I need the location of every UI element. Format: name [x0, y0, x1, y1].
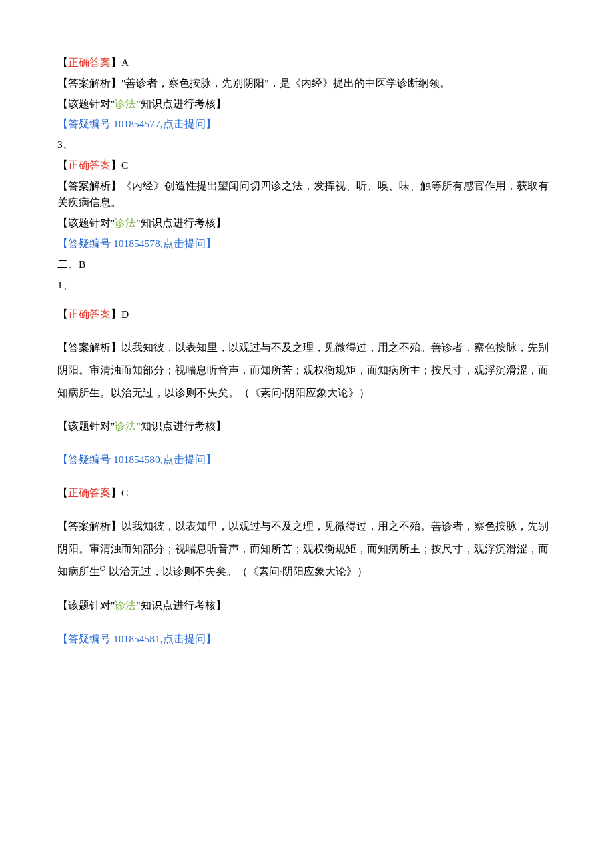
doubt-link-line: 【答疑编号 101854578,点击提问】 [57, 236, 557, 252]
doubt-link[interactable]: 【答疑编号 101854577,点击提问】 [57, 118, 216, 129]
topic-line: 【该题针对"诊法"知识点进行考核】 [57, 415, 557, 438]
correct-answer-label: 正确答案 [68, 308, 111, 320]
topic-post: "知识点进行考核】 [136, 600, 226, 611]
doubt-link[interactable]: 【答疑编号 101854580,点击提问】 [57, 454, 216, 465]
topic-post: "知识点进行考核】 [136, 420, 226, 432]
answer-value: 】D [111, 308, 129, 320]
analysis-text: 【答案解析】以我知彼，以表知里，以观过与不及之理，见微得过，用之不殆。善诊者，察… [57, 336, 557, 404]
answer-line: 【正确答案】C [57, 157, 557, 174]
bracket-open: 【 [57, 487, 68, 498]
question-number: 3、 [57, 137, 557, 153]
topic-pre: 【该题针对" [57, 98, 115, 109]
doubt-link-line: 【答疑编号 101854581,点击提问】 [57, 628, 557, 650]
question-number: 1、 [57, 277, 557, 294]
topic-line: 【该题针对"诊法"知识点进行考核】 [57, 594, 557, 617]
answer-value: 】A [111, 57, 129, 68]
doubt-link-line: 【答疑编号 101854577,点击提问】 [57, 116, 557, 133]
analysis-text: 【答案解析】《内经》创造性提出望闻问切四诊之法，发挥视、听、嗅、味、触等所有感官… [57, 178, 557, 211]
analysis-text: 【答案解析】"善诊者，察色按脉，先别阴阳"，是《内经》提出的中医学诊断纲领。 [57, 75, 557, 92]
circle-mark-icon [100, 566, 105, 571]
doubt-link-line: 【答疑编号 101854580,点击提问】 [57, 448, 557, 471]
answer-value: 】C [111, 487, 128, 498]
answer-line: 【正确答案】A [57, 55, 557, 71]
topic-post: "知识点进行考核】 [136, 98, 226, 109]
document-page: 【正确答案】A 【答案解析】"善诊者，察色按脉，先别阴阳"，是《内经》提出的中医… [0, 0, 614, 701]
answer-value: 】C [111, 159, 128, 171]
correct-answer-label: 正确答案 [68, 159, 111, 171]
topic-line: 【该题针对"诊法"知识点进行考核】 [57, 96, 557, 113]
doubt-link[interactable]: 【答疑编号 101854578,点击提问】 [57, 238, 216, 249]
correct-answer-label: 正确答案 [68, 487, 111, 498]
topic-keyword: 诊法 [115, 420, 136, 432]
answer-line: 【正确答案】D [57, 303, 557, 326]
bracket-open: 【 [57, 308, 68, 320]
topic-pre: 【该题针对" [57, 600, 115, 611]
topic-keyword: 诊法 [115, 600, 136, 611]
topic-pre: 【该题针对" [57, 420, 115, 432]
correct-answer-label: 正确答案 [68, 57, 111, 68]
analysis-text: 【答案解析】以我知彼，以表知里，以观过与不及之理，见微得过，用之不殆。善诊者，察… [57, 515, 557, 583]
topic-line: 【该题针对"诊法"知识点进行考核】 [57, 215, 557, 232]
topic-post: "知识点进行考核】 [136, 217, 226, 228]
bracket-open: 【 [57, 159, 68, 171]
analysis-part-b: 以治无过，以诊则不失矣。（《素问·阴阳应象大论》） [109, 566, 368, 577]
answer-line: 【正确答案】C [57, 482, 557, 504]
doubt-link[interactable]: 【答疑编号 101854581,点击提问】 [57, 633, 216, 644]
topic-keyword: 诊法 [115, 98, 136, 109]
topic-keyword: 诊法 [115, 217, 136, 228]
bracket-open: 【 [57, 57, 68, 68]
topic-pre: 【该题针对" [57, 217, 115, 228]
section-heading: 二、B [57, 256, 557, 273]
